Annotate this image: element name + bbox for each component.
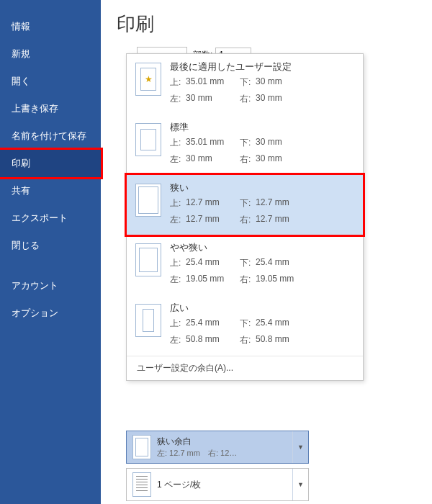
label-left: 左: <box>170 93 186 105</box>
pages-per-sheet-label: 1 ページ/枚 <box>157 479 292 491</box>
sidebar-item-options[interactable]: オプション <box>0 300 101 327</box>
margin-thumb-icon <box>135 304 161 337</box>
margin-preset-last-custom[interactable]: ★ 最後に適用したユーザー設定 上:35.01 mm 下:30 mm 左:30 … <box>127 54 363 114</box>
margin-thumb-icon <box>132 435 151 459</box>
custom-margins-link[interactable]: ユーザー設定の余白(A)... <box>127 356 363 380</box>
chevron-down-icon: ▼ <box>292 469 308 500</box>
label-bottom: 下: <box>240 76 256 89</box>
margin-thumb-icon: ★ <box>135 63 161 96</box>
margin-preset-wide[interactable]: 広い 上:25.4 mm 下:25.4 mm 左:50.8 mm 右:50.8 … <box>127 295 363 356</box>
preset-name: 広い <box>170 302 354 315</box>
label-right: 右: <box>240 93 256 105</box>
sidebar-item-new[interactable]: 新規 <box>0 40 101 68</box>
label-top: 上: <box>170 76 186 89</box>
value-right: 30 mm <box>256 93 302 105</box>
margins-combo[interactable]: 狭い余白 左: 12.7 mm 右: 12… ▼ <box>126 431 309 464</box>
preset-name: 標準 <box>170 122 354 134</box>
sidebar-item-save[interactable]: 上書き保存 <box>0 95 101 122</box>
margin-preset-normal[interactable]: 標準 上:35.01 mm 下:30 mm 左:30 mm 右:30 mm <box>127 114 363 175</box>
sidebar-item-export[interactable]: エクスポート <box>0 204 101 232</box>
preset-name: 最後に適用したユーザー設定 <box>170 61 354 73</box>
value-top: 35.01 mm <box>186 76 240 89</box>
margin-thumb-icon <box>135 184 161 217</box>
sidebar-item-account[interactable]: アカウント <box>0 272 101 300</box>
sidebar-item-saveas[interactable]: 名前を付けて保存 <box>0 122 101 150</box>
star-icon: ★ <box>145 74 153 84</box>
value-bottom: 30 mm <box>256 76 302 89</box>
margins-dropdown-panel: ★ 最後に適用したユーザー設定 上:35.01 mm 下:30 mm 左:30 … <box>126 53 364 381</box>
value-left: 30 mm <box>186 93 240 105</box>
sidebar-item-info[interactable]: 情報 <box>0 13 101 40</box>
preset-name: やや狭い <box>170 242 354 254</box>
margin-thumb-icon <box>135 123 161 156</box>
margin-preset-narrow[interactable]: 狭い 上:12.7 mm 下:12.7 mm 左:12.7 mm 右:12.7 … <box>125 173 365 237</box>
sidebar-item-close[interactable]: 閉じる <box>0 232 101 259</box>
page-title: 印刷 <box>117 12 418 37</box>
sidebar-item-share[interactable]: 共有 <box>0 177 101 204</box>
sidebar-item-open[interactable]: 開く <box>0 68 101 95</box>
margin-preset-moderate[interactable]: やや狭い 上:25.4 mm 下:25.4 mm 左:19.05 mm 右:19… <box>127 235 363 295</box>
chevron-down-icon: ▼ <box>292 431 308 463</box>
margin-thumb-icon <box>135 243 161 276</box>
backstage-sidebar: 情報 新規 開く 上書き保存 名前を付けて保存 印刷 共有 エクスポート 閉じる… <box>0 0 101 504</box>
sidebar-item-print[interactable]: 印刷 <box>0 148 103 179</box>
preset-name: 狭い <box>170 182 354 194</box>
selected-margin-sub: 左: 12.7 mm 右: 12… <box>157 448 292 459</box>
pages-per-sheet-combo[interactable]: 1 ページ/枚 ▼ <box>126 468 309 501</box>
page-icon <box>132 472 151 497</box>
selected-margin-name: 狭い余白 <box>157 436 292 448</box>
